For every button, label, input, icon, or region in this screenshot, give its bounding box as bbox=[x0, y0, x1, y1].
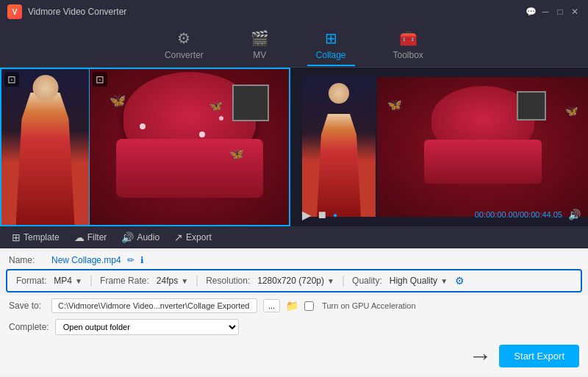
folder-icon[interactable]: 📁 bbox=[286, 300, 298, 312]
save-label: Save to: bbox=[9, 301, 46, 311]
bottom-toolbar: ⊞ Template ☁ Filter 🔊 Audio ↗ Export bbox=[0, 226, 588, 248]
format-value: MP4 bbox=[54, 276, 72, 286]
butterfly-1: 🦋 bbox=[110, 93, 126, 109]
butterfly-3: 🦋 bbox=[209, 100, 222, 112]
mv-icon: 🎬 bbox=[251, 29, 269, 47]
complete-label: Complete: bbox=[9, 322, 49, 332]
toolbox-label: Toolbox bbox=[393, 50, 423, 60]
titlebar-left: V Vidmore Video Converter bbox=[7, 4, 126, 19]
save-path[interactable]: C:\Vidmore\Vidmore Video...nverter\Colla… bbox=[51, 298, 257, 313]
browse-button[interactable]: ... bbox=[263, 299, 280, 312]
name-label: Name: bbox=[9, 255, 46, 265]
volume-icon[interactable]: 🔊 bbox=[568, 209, 581, 220]
preview-butterfly-1: 🦋 bbox=[387, 98, 402, 112]
dot-indicator: ● bbox=[333, 211, 337, 219]
tab-mv[interactable]: 🎬 MV bbox=[242, 25, 278, 66]
separator-3: | bbox=[342, 274, 345, 287]
collage-grid: ⊡ 🦋 🦋 🦋 bbox=[1, 69, 289, 225]
format-row: Format: MP4 ▼ | Frame Rate: 24fps ▼ | Re… bbox=[6, 269, 582, 292]
filter-icon: ☁ bbox=[74, 231, 85, 243]
quality-label: Quality: bbox=[352, 276, 382, 286]
app-logo: V bbox=[7, 4, 22, 19]
resolution-dropdown-arrow[interactable]: ▼ bbox=[327, 277, 334, 285]
framerate-dropdown-arrow[interactable]: ▼ bbox=[181, 277, 188, 285]
left-video-thumbnail bbox=[1, 69, 89, 225]
format-dropdown-arrow[interactable]: ▼ bbox=[75, 277, 82, 285]
start-export-button[interactable]: Start Export bbox=[499, 345, 579, 367]
right-panel: 🦋 🦋 ▶ ⏹ ● 00:00:00.00/00:00:44.05 🔊 bbox=[295, 68, 588, 226]
face-circle bbox=[32, 75, 58, 101]
play-button[interactable]: ▶ bbox=[302, 208, 311, 222]
cell-type-icon: ⊡ bbox=[4, 72, 19, 87]
preview-time: 00:00:00.00/00:00:44.05 bbox=[475, 210, 562, 219]
converter-label: Converter bbox=[165, 50, 204, 60]
complete-select[interactable]: Open output folder bbox=[55, 319, 239, 335]
minimize-button[interactable]: ─ bbox=[539, 6, 551, 18]
quality-value: High Quality bbox=[390, 276, 437, 286]
mv-label: MV bbox=[253, 50, 266, 60]
format-label: Format: bbox=[16, 276, 46, 286]
action-row: → Start Export bbox=[0, 338, 588, 374]
preview-face bbox=[329, 83, 349, 104]
cake-dot-3 bbox=[219, 116, 223, 121]
complete-row: Complete: Open output folder bbox=[0, 316, 588, 338]
toolbox-icon: 🧰 bbox=[399, 29, 417, 47]
info-icon[interactable]: ℹ bbox=[140, 255, 144, 265]
resolution-value: 1280x720 (720p) bbox=[257, 276, 324, 286]
preview-cell-right: 🦋 🦋 bbox=[377, 77, 588, 217]
chat-button[interactable]: 💬 bbox=[525, 6, 537, 18]
name-row: Name: New Collage.mp4 ✏ ℹ bbox=[0, 251, 588, 269]
gpu-label: Turn on GPU Acceleration bbox=[322, 301, 415, 310]
preview-cell-left bbox=[302, 77, 376, 217]
separator-2: | bbox=[196, 274, 198, 287]
collage-cell-left[interactable]: ⊡ bbox=[1, 69, 90, 225]
export-button[interactable]: ↗ Export bbox=[168, 229, 218, 246]
framerate-value: 24fps bbox=[157, 276, 178, 286]
preview-cake-body bbox=[424, 140, 542, 184]
preview-butterfly-2: 🦋 bbox=[565, 105, 578, 117]
collage-label: Collage bbox=[316, 50, 346, 60]
cake-photo-1 bbox=[232, 85, 269, 121]
resolution-label: Resolution: bbox=[206, 276, 250, 286]
nav-tabs: ⚙ Converter 🎬 MV ⊞ Collage 🧰 Toolbox bbox=[0, 24, 588, 68]
template-icon: ⊞ bbox=[12, 231, 21, 243]
quality-dropdown-arrow[interactable]: ▼ bbox=[440, 277, 448, 285]
preview-cake-bg: 🦋 🦋 bbox=[377, 77, 588, 217]
person-silhouette bbox=[16, 93, 75, 225]
tab-collage[interactable]: ⊞ Collage bbox=[307, 25, 355, 66]
collage-cell-right[interactable]: 🦋 🦋 🦋 ⊡ bbox=[90, 69, 289, 225]
titlebar: V Vidmore Video Converter 💬 ─ □ ✕ bbox=[0, 0, 588, 24]
butterfly-2: 🦋 bbox=[229, 147, 244, 161]
maximize-button[interactable]: □ bbox=[554, 6, 566, 18]
edit-icon[interactable]: ✏ bbox=[127, 255, 135, 265]
separator-1: | bbox=[90, 274, 93, 287]
window-controls: 💬 ─ □ ✕ bbox=[525, 6, 581, 18]
app-title: Vidmore Video Converter bbox=[28, 7, 126, 17]
cake-dot-1 bbox=[140, 123, 146, 129]
save-row: Save to: C:\Vidmore\Vidmore Video...nver… bbox=[0, 295, 588, 316]
arrow-icon: → bbox=[468, 342, 492, 370]
tab-toolbox[interactable]: 🧰 Toolbox bbox=[384, 25, 432, 66]
main-content: ⊡ 🦋 🦋 🦋 bbox=[0, 68, 588, 377]
stop-button[interactable]: ⏹ bbox=[317, 209, 327, 220]
audio-icon: 🔊 bbox=[121, 231, 134, 243]
framerate-label: Frame Rate: bbox=[100, 276, 149, 286]
resolution-select-group: 1280x720 (720p) ▼ bbox=[257, 276, 334, 286]
gear-icon[interactable]: ⚙ bbox=[455, 275, 465, 287]
audio-button[interactable]: 🔊 Audio bbox=[115, 229, 165, 246]
template-button[interactable]: ⊞ Template bbox=[6, 229, 65, 246]
gpu-checkbox[interactable] bbox=[304, 301, 314, 311]
quality-select-group: High Quality ▼ bbox=[390, 276, 448, 286]
video-area: ⊡ 🦋 🦋 🦋 bbox=[0, 68, 588, 226]
framerate-select-group: 24fps ▼ bbox=[157, 276, 188, 286]
preview-controls: ▶ ⏹ ● 00:00:00.00/00:00:44.05 🔊 bbox=[295, 208, 588, 222]
left-panel: ⊡ 🦋 🦋 🦋 bbox=[0, 68, 290, 226]
filter-button[interactable]: ☁ Filter bbox=[68, 229, 113, 246]
converter-icon: ⚙ bbox=[177, 29, 190, 47]
format-select-group: MP4 ▼ bbox=[54, 276, 82, 286]
preview-person bbox=[317, 114, 361, 217]
name-value: New Collage.mp4 bbox=[51, 255, 121, 265]
close-button[interactable]: ✕ bbox=[569, 6, 581, 18]
tab-converter[interactable]: ⚙ Converter bbox=[156, 25, 212, 66]
settings-area: Name: New Collage.mp4 ✏ ℹ Format: MP4 ▼ … bbox=[0, 248, 588, 377]
